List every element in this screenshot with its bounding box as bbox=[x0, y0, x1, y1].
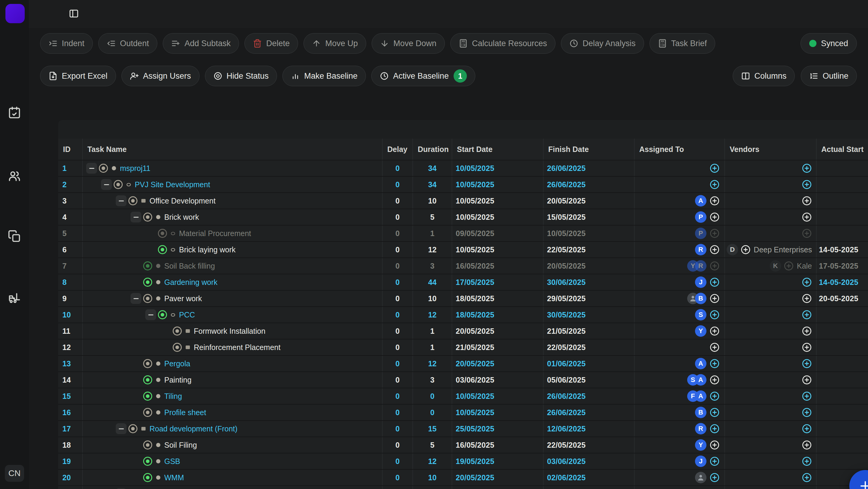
assign-user-plus-icon[interactable] bbox=[710, 179, 720, 190]
status-ring-icon[interactable] bbox=[158, 310, 167, 319]
add-vendor-plus-icon[interactable] bbox=[802, 310, 812, 320]
delay-cell[interactable]: 0 bbox=[382, 437, 412, 453]
assign-user-plus-icon[interactable] bbox=[710, 326, 720, 336]
delay-cell[interactable]: 0 bbox=[382, 274, 412, 290]
table-row[interactable]: 8Gardening work04417/05/202530/06/2025J1… bbox=[58, 274, 868, 290]
finish-date-cell[interactable]: 20/05/2025 bbox=[543, 258, 634, 274]
collapse-toggle[interactable] bbox=[86, 163, 97, 174]
panel-left-toggle-icon[interactable] bbox=[69, 8, 79, 19]
actual-start-cell[interactable] bbox=[816, 421, 868, 436]
collapse-toggle[interactable] bbox=[116, 195, 127, 206]
avatar[interactable]: Y bbox=[695, 439, 707, 451]
collapse-toggle[interactable] bbox=[101, 179, 112, 190]
duration-cell[interactable]: 1 bbox=[412, 225, 452, 241]
assign-users-button[interactable]: Assign Users bbox=[121, 66, 199, 86]
avatar[interactable]: R bbox=[695, 260, 707, 272]
assign-user-plus-icon[interactable] bbox=[710, 245, 720, 255]
finish-date-cell[interactable]: 05/06/2025 bbox=[543, 372, 634, 388]
avatar[interactable]: A bbox=[695, 358, 707, 369]
actual-start-cell[interactable]: 14-05-2025 bbox=[816, 274, 868, 290]
task-brief-button[interactable]: Task Brief bbox=[650, 33, 715, 54]
actual-start-cell[interactable] bbox=[816, 437, 868, 453]
duration-cell[interactable]: 0 bbox=[412, 388, 452, 404]
duration-cell[interactable]: 34 bbox=[412, 160, 452, 176]
task-name[interactable]: Profile sheet bbox=[164, 408, 206, 417]
table-row[interactable]: 12Reinforcement Placement0121/05/202522/… bbox=[58, 339, 868, 355]
assign-user-plus-icon[interactable] bbox=[710, 228, 720, 239]
delay-cell[interactable]: 0 bbox=[382, 242, 412, 257]
start-date-cell[interactable]: 19/05/2025 bbox=[452, 453, 543, 469]
duration-cell[interactable]: 12 bbox=[412, 307, 452, 323]
task-name[interactable]: Brick laying work bbox=[179, 245, 236, 254]
actual-start-cell[interactable] bbox=[816, 453, 868, 469]
finish-date-cell[interactable]: 22/05/2025 bbox=[543, 437, 634, 453]
actual-start-cell[interactable] bbox=[816, 388, 868, 404]
columns-button[interactable]: Columns bbox=[733, 66, 795, 86]
task-name[interactable]: Pergola bbox=[164, 359, 190, 368]
delay-cell[interactable]: 0 bbox=[382, 177, 412, 192]
start-date-cell[interactable]: 10/05/2025 bbox=[452, 193, 543, 209]
column-header-start-date[interactable]: Start Date bbox=[452, 139, 543, 160]
finish-date-cell[interactable]: 26/06/2025 bbox=[543, 405, 634, 420]
avatar[interactable]: P bbox=[695, 211, 707, 223]
finish-date-cell[interactable]: 21/05/2025 bbox=[543, 323, 634, 339]
add-vendor-plus-icon[interactable] bbox=[802, 359, 812, 369]
add-vendor-plus-icon[interactable] bbox=[802, 472, 812, 483]
start-date-cell[interactable]: 16/05/2025 bbox=[452, 258, 543, 274]
assign-user-plus-icon[interactable] bbox=[710, 342, 720, 353]
task-name[interactable]: Reinforcement Placement bbox=[194, 343, 281, 352]
start-date-cell[interactable]: 10/05/2025 bbox=[452, 242, 543, 257]
column-header-duration[interactable]: Duration bbox=[412, 139, 452, 160]
status-ring-icon[interactable] bbox=[173, 327, 182, 336]
add-vendor-plus-icon[interactable] bbox=[802, 212, 812, 222]
delay-cell[interactable]: 0 bbox=[382, 356, 412, 371]
move-up-button[interactable]: Move Up bbox=[304, 33, 366, 54]
status-ring-icon[interactable] bbox=[143, 457, 152, 466]
actual-start-cell[interactable]: 14-05-2025 bbox=[816, 242, 868, 257]
table-row[interactable]: 16Profile sheet0010/05/202526/06/2025B bbox=[58, 404, 868, 420]
column-header-actual-start[interactable]: Actual Start bbox=[816, 139, 868, 160]
assign-user-plus-icon[interactable] bbox=[710, 261, 720, 271]
table-row[interactable]: 13Pergola01220/05/202501/06/2025A bbox=[58, 355, 868, 371]
task-name[interactable]: Brick work bbox=[164, 213, 199, 222]
delay-cell[interactable]: 0 bbox=[382, 225, 412, 241]
delay-cell[interactable]: 0 bbox=[382, 339, 412, 355]
add-vendor-plus-icon[interactable] bbox=[802, 326, 812, 336]
column-header-id[interactable]: ID bbox=[58, 139, 82, 160]
actual-start-cell[interactable] bbox=[816, 339, 868, 355]
copy-icon[interactable] bbox=[8, 230, 21, 243]
assign-user-plus-icon[interactable] bbox=[710, 391, 720, 401]
task-name[interactable]: PCC bbox=[179, 310, 195, 319]
table-row[interactable]: 3Office Development01010/05/202520/05/20… bbox=[58, 192, 868, 209]
task-name[interactable]: Material Procurement bbox=[179, 229, 251, 238]
actual-start-cell[interactable] bbox=[816, 307, 868, 323]
duration-cell[interactable]: 10 bbox=[412, 291, 452, 306]
delay-cell[interactable]: 0 bbox=[382, 291, 412, 306]
duration-cell[interactable]: 1 bbox=[412, 339, 452, 355]
duration-cell[interactable]: 3 bbox=[412, 372, 452, 388]
assign-user-plus-icon[interactable] bbox=[710, 277, 720, 287]
table-row[interactable]: 11Formwork Installation0120/05/202521/05… bbox=[58, 323, 868, 339]
delay-cell[interactable]: 0 bbox=[382, 323, 412, 339]
finish-date-cell[interactable]: 10/05/2025 bbox=[543, 225, 634, 241]
actual-start-cell[interactable] bbox=[816, 209, 868, 225]
calculate-resources-button[interactable]: Calculate Resources bbox=[450, 33, 555, 54]
avatar[interactable]: J bbox=[695, 456, 707, 467]
add-vendor-plus-icon[interactable] bbox=[802, 228, 812, 239]
collapse-toggle[interactable] bbox=[130, 293, 141, 304]
duration-cell[interactable]: 44 bbox=[412, 274, 452, 290]
status-ring-icon[interactable] bbox=[173, 343, 182, 352]
add-vendor-plus-icon[interactable] bbox=[741, 245, 751, 255]
status-ring-icon[interactable] bbox=[128, 424, 137, 433]
table-row[interactable]: 5Material Procurement0109/05/202510/05/2… bbox=[58, 225, 868, 241]
export-excel-button[interactable]: Export Excel bbox=[40, 66, 116, 86]
finish-date-cell[interactable]: 26/06/2025 bbox=[543, 177, 634, 192]
finish-date-cell[interactable]: 30/05/2025 bbox=[543, 307, 634, 323]
column-header-vendors[interactable]: Vendors bbox=[724, 139, 816, 160]
avatar[interactable]: P bbox=[695, 227, 707, 239]
move-down-button[interactable]: Move Down bbox=[372, 33, 445, 54]
add-vendor-plus-icon[interactable] bbox=[802, 179, 812, 190]
start-date-cell[interactable]: 20/05/2025 bbox=[452, 323, 543, 339]
collapse-toggle[interactable] bbox=[145, 309, 156, 320]
collapse-toggle[interactable] bbox=[130, 212, 141, 222]
